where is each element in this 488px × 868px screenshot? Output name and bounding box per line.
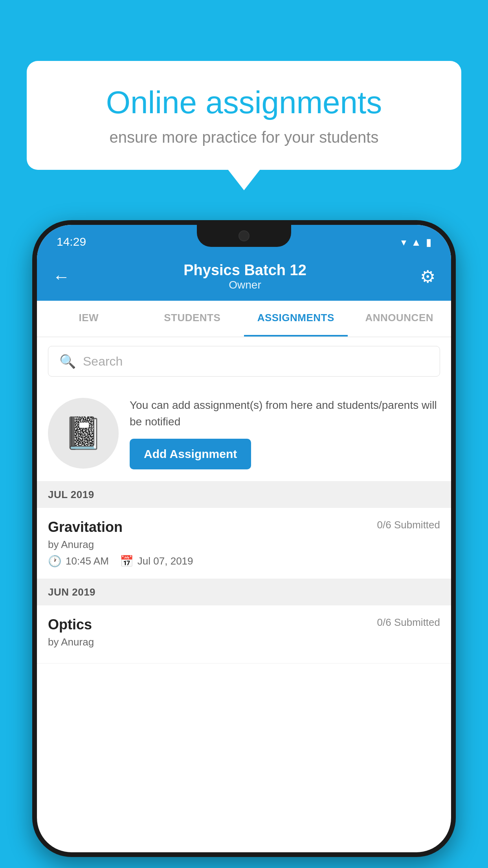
assignment-date-gravitation: Jul 07, 2019	[138, 555, 193, 567]
assignment-submitted-gravitation: 0/6 Submitted	[377, 519, 440, 531]
wifi-icon: ▾	[401, 236, 406, 248]
assignment-time-gravitation: 10:45 AM	[66, 555, 109, 567]
phone-screen: 14:29 ▾ ▲ ▮ ← Physics Batch 12 Owner ⚙ I…	[37, 225, 451, 852]
settings-icon[interactable]: ⚙	[420, 267, 435, 287]
assignment-title-gravitation: Gravitation	[48, 519, 123, 535]
assignment-item-optics[interactable]: Optics 0/6 Submitted by Anurag	[37, 605, 451, 664]
promo-text: You can add assignment(s) from here and …	[130, 397, 440, 469]
phone-outer: 14:29 ▾ ▲ ▮ ← Physics Batch 12 Owner ⚙ I…	[32, 220, 456, 857]
promo-card: 📓 You can add assignment(s) from here an…	[37, 385, 451, 482]
clock-icon: 🕐	[48, 555, 62, 568]
assignment-meta-gravitation: 🕐 10:45 AM 📅 Jul 07, 2019	[48, 555, 440, 568]
assignment-item-gravitation[interactable]: Gravitation 0/6 Submitted by Anurag 🕐 10…	[37, 508, 451, 579]
phone-camera	[238, 230, 250, 241]
add-assignment-button[interactable]: Add Assignment	[130, 439, 251, 469]
back-button[interactable]: ←	[53, 267, 70, 287]
search-icon: 🔍	[59, 353, 76, 369]
promo-icon-circle: 📓	[48, 398, 119, 469]
tab-announcements[interactable]: ANNOUNCEN	[348, 301, 451, 337]
phone-mockup: 14:29 ▾ ▲ ▮ ← Physics Batch 12 Owner ⚙ I…	[32, 220, 456, 857]
header-title-group: Physics Batch 12 Owner	[183, 262, 306, 291]
speech-bubble: Online assignments ensure more practice …	[27, 61, 461, 170]
section-header-jul2019: JUL 2019	[37, 482, 451, 508]
header-subtitle: Owner	[183, 279, 306, 291]
speech-bubble-title: Online assignments	[58, 85, 430, 121]
tab-iew[interactable]: IEW	[37, 301, 141, 337]
status-time: 14:29	[57, 235, 86, 248]
battery-icon: ▮	[426, 236, 431, 248]
notebook-icon: 📓	[64, 415, 103, 452]
meta-time-gravitation: 🕐 10:45 AM	[48, 555, 109, 568]
search-bar[interactable]: 🔍 Search	[48, 346, 440, 377]
meta-date-gravitation: 📅 Jul 07, 2019	[120, 555, 193, 568]
tab-students[interactable]: STUDENTS	[141, 301, 244, 337]
phone-notch	[197, 225, 291, 247]
speech-bubble-subtitle: ensure more practice for your students	[58, 129, 430, 146]
status-icons: ▾ ▲ ▮	[401, 236, 431, 248]
header-title: Physics Batch 12	[183, 262, 306, 279]
assignment-title-optics: Optics	[48, 616, 92, 633]
assignment-row1: Gravitation 0/6 Submitted	[48, 519, 440, 535]
assignment-author-gravitation: by Anurag	[48, 539, 440, 551]
assignment-submitted-optics: 0/6 Submitted	[377, 616, 440, 629]
calendar-icon: 📅	[120, 555, 134, 568]
assignment-author-optics: by Anurag	[48, 636, 440, 648]
signal-icon: ▲	[411, 236, 421, 248]
promo-description: You can add assignment(s) from here and …	[130, 397, 440, 430]
app-header: ← Physics Batch 12 Owner ⚙	[37, 253, 451, 301]
tab-assignments[interactable]: ASSIGNMENTS	[244, 301, 348, 337]
speech-bubble-container: Online assignments ensure more practice …	[27, 61, 461, 170]
search-placeholder: Search	[83, 354, 123, 369]
assignment-row1-optics: Optics 0/6 Submitted	[48, 616, 440, 633]
search-container: 🔍 Search	[37, 337, 451, 385]
tabs-container: IEW STUDENTS ASSIGNMENTS ANNOUNCEN	[37, 301, 451, 337]
section-header-jun2019: JUN 2019	[37, 579, 451, 605]
